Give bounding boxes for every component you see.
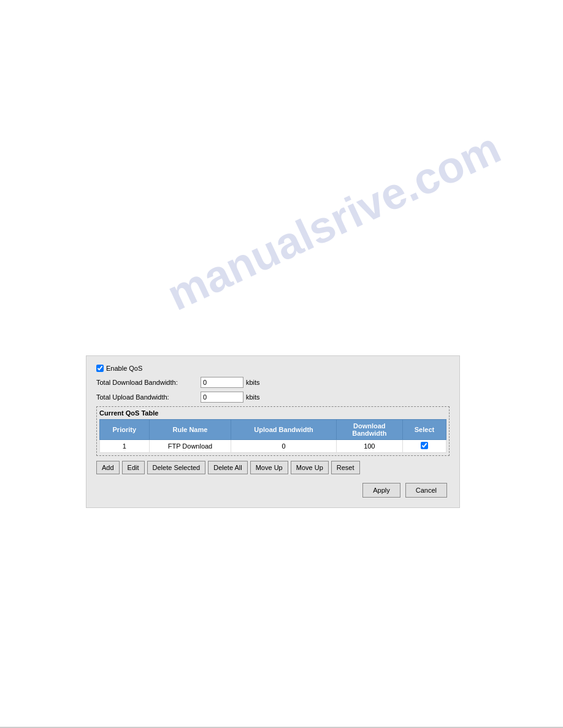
download-bandwidth-input[interactable] <box>201 377 243 388</box>
watermark: manualsrive.com <box>159 123 508 320</box>
edit-button[interactable]: Edit <box>122 461 145 474</box>
add-button[interactable]: Add <box>96 461 120 474</box>
upload-bandwidth-label: Total Upload Bandwidth: <box>96 393 201 401</box>
apply-button[interactable]: Apply <box>362 483 400 498</box>
col-priority: Priority <box>100 420 150 440</box>
enable-qos-label: Enable QoS <box>106 365 142 372</box>
table-row: 1 FTP Download 0 100 <box>100 440 446 453</box>
action-row: Apply Cancel <box>96 483 450 498</box>
delete-all-button[interactable]: Delete All <box>208 461 247 474</box>
row-select-checkbox[interactable] <box>421 442 428 449</box>
cell-rule-name: FTP Download <box>149 440 231 453</box>
download-bandwidth-unit: kbits <box>246 379 260 386</box>
reset-button[interactable]: Reset <box>331 461 360 474</box>
col-download-bandwidth: DownloadBandwidth <box>336 420 402 440</box>
table-header-row: Priority Rule Name Upload Bandwidth Down… <box>100 420 446 440</box>
col-upload-bandwidth: Upload Bandwidth <box>231 420 336 440</box>
cancel-button[interactable]: Cancel <box>405 483 447 498</box>
qos-table: Priority Rule Name Upload Bandwidth Down… <box>99 419 446 453</box>
table-button-row: Add Edit Delete Selected Delete All Move… <box>96 461 450 474</box>
delete-selected-button[interactable]: Delete Selected <box>147 461 206 474</box>
col-rule-name: Rule Name <box>149 420 231 440</box>
download-bandwidth-row: Total Download Bandwidth: kbits <box>96 377 450 388</box>
enable-qos-checkbox[interactable] <box>96 365 104 372</box>
qos-panel: Enable QoS Total Download Bandwidth: kbi… <box>86 355 460 508</box>
qos-table-section: Current QoS Table Priority Rule Name Upl… <box>96 406 450 456</box>
cell-select <box>402 440 446 453</box>
upload-bandwidth-row: Total Upload Bandwidth: kbits <box>96 392 450 403</box>
upload-bandwidth-unit: kbits <box>246 393 260 401</box>
enable-qos-row: Enable QoS <box>96 365 450 372</box>
move-up-button[interactable]: Move Up <box>250 461 288 474</box>
cell-upload-bandwidth: 0 <box>231 440 336 453</box>
table-section-title: Current QoS Table <box>99 409 446 417</box>
upload-bandwidth-input[interactable] <box>201 392 243 403</box>
download-bandwidth-label: Total Download Bandwidth: <box>96 379 201 386</box>
cell-download-bandwidth: 100 <box>336 440 402 453</box>
col-select: Select <box>402 420 446 440</box>
move-down-button[interactable]: Move Up <box>291 461 329 474</box>
cell-priority: 1 <box>100 440 150 453</box>
